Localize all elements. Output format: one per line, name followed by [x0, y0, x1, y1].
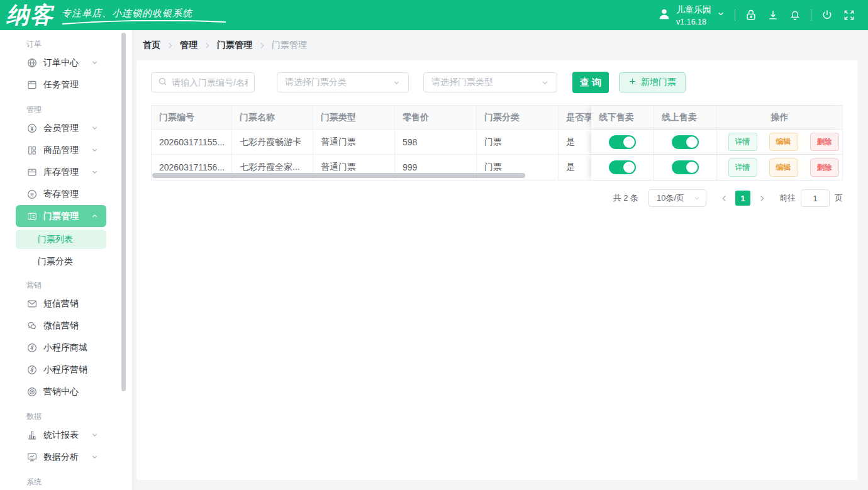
lock-icon[interactable]: [745, 9, 757, 21]
column-header: 零售价: [395, 106, 477, 129]
inventory-icon: [26, 167, 38, 178]
fullscreen-icon[interactable]: [843, 9, 855, 21]
type-select-placeholder: 请选择门票类型: [431, 77, 493, 88]
page-size-select[interactable]: 10条/页: [648, 189, 706, 207]
sidebar-item-数据分析[interactable]: 数据分析: [16, 446, 106, 468]
sidebar-item-商品管理[interactable]: 商品管理: [16, 139, 106, 161]
miniprogram-icon: [26, 364, 38, 376]
wechat-icon: [26, 320, 38, 331]
user-avatar-icon: [657, 7, 671, 23]
task-icon: [26, 79, 38, 91]
detail-button[interactable]: 详情: [728, 133, 757, 151]
chevron-down-icon: [91, 146, 99, 154]
page-number-1[interactable]: 1: [735, 191, 750, 206]
chevron-down-icon: [91, 124, 99, 132]
online-sale-toggle[interactable]: [672, 135, 699, 149]
user-menu[interactable]: 儿童乐园 v1.16.18: [657, 3, 725, 27]
logo-underline-swoosh: [62, 20, 226, 25]
table-cell: 门票: [477, 130, 559, 154]
product-icon: [26, 145, 38, 156]
add-ticket-button[interactable]: 新增门票: [619, 72, 686, 92]
sidebar-item-会员管理[interactable]: 会员管理: [16, 117, 106, 139]
sidebar-item-任务管理[interactable]: 任务管理: [16, 74, 106, 96]
chevron-right-icon: [258, 42, 266, 50]
ticket-category-select[interactable]: 请选择门票分类: [277, 72, 409, 92]
goto-page-label: 前往: [779, 192, 796, 204]
column-header: 线下售卖: [591, 106, 654, 129]
chevron-down-icon: [91, 453, 99, 461]
sidebar-item-label: 小程序营销: [43, 364, 87, 376]
sidebar-subitem-门票分类[interactable]: 门票分类: [16, 252, 106, 271]
toggle-knob: [686, 162, 698, 173]
goto-page-input[interactable]: [801, 189, 830, 207]
column-header: 操作: [717, 106, 842, 129]
query-button[interactable]: 查 询: [572, 72, 609, 93]
sidebar-item-订单中心[interactable]: 订单中心: [16, 52, 106, 74]
table-cell: [654, 155, 717, 180]
sidebar-item-label: 门票管理: [43, 211, 79, 222]
sidebar-item-label: 数据分析: [43, 452, 79, 463]
sidebar-item-label: 短信营销: [43, 298, 79, 309]
sidebar-item-小程序营销[interactable]: 小程序营销: [16, 359, 106, 381]
sidebar-section-label: 数据: [26, 411, 132, 422]
sidebar-subitem-门票列表[interactable]: 门票列表: [16, 230, 106, 249]
add-ticket-label: 新增门票: [641, 77, 676, 88]
chevron-down-icon: [91, 431, 99, 439]
table-cell: 是: [559, 130, 591, 154]
power-icon[interactable]: [821, 9, 833, 21]
edit-button[interactable]: 编辑: [769, 133, 798, 151]
sidebar-item-寄存管理[interactable]: 寄 寄存管理: [16, 183, 106, 205]
ticket-search-input[interactable]: [172, 77, 248, 87]
table-cell: 详情编辑删除: [717, 130, 842, 154]
monitor-icon: [26, 452, 38, 463]
page-size-value: 10条/页: [657, 192, 684, 204]
header-actions: 儿童乐园 v1.16.18: [657, 3, 868, 27]
header-divider: [811, 9, 811, 21]
ticket-search-box[interactable]: [151, 72, 255, 92]
pagination: 共 2 条 10条/页 1 前往 页: [151, 189, 843, 207]
horizontal-scrollbar[interactable]: [152, 173, 525, 178]
sidebar-item-小程序商城[interactable]: 小程序商城: [16, 337, 106, 359]
breadcrumb-item[interactable]: 首页: [143, 40, 160, 51]
ticket-type-select[interactable]: 请选择门票类型: [423, 72, 557, 92]
table-cell: [591, 155, 654, 180]
detail-button[interactable]: 详情: [728, 159, 757, 177]
sidebar-item-营销中心[interactable]: 营销中心: [16, 381, 106, 403]
sms-icon: [26, 298, 38, 309]
edit-button[interactable]: 编辑: [769, 159, 798, 177]
sidebar-section-label: 管理: [26, 104, 132, 115]
sidebar-item-门票管理[interactable]: 门票管理: [16, 205, 106, 227]
delete-button[interactable]: 删除: [810, 159, 839, 177]
sidebar-item-统计报表[interactable]: 统计报表: [16, 424, 106, 446]
offline-sale-toggle[interactable]: [609, 135, 636, 149]
prev-page-button[interactable]: [716, 191, 732, 206]
column-header: 门票编号: [152, 106, 232, 129]
chevron-down-icon: [693, 194, 701, 202]
sidebar-item-微信营销[interactable]: 微信营销: [16, 315, 106, 337]
online-sale-toggle[interactable]: [672, 160, 699, 174]
user-info: 儿童乐园 v1.16.18: [676, 3, 711, 27]
table-cell: 是: [559, 155, 591, 180]
page-unit-label: 页: [835, 192, 843, 204]
column-header: 门票类型: [313, 106, 395, 129]
delete-button[interactable]: 删除: [810, 133, 839, 151]
breadcrumb-item: 门票管理: [272, 40, 307, 51]
sidebar-item-库存管理[interactable]: 库存管理: [16, 161, 106, 183]
bell-icon[interactable]: [789, 9, 801, 21]
table-row: 202603171155...七彩丹霞畅游卡普通门票598门票 是 详情编辑删除: [152, 130, 842, 155]
breadcrumb-item[interactable]: 门票管理: [217, 40, 252, 51]
sidebar-item-label: 订单中心: [43, 57, 79, 69]
table-cell: 详情编辑删除: [717, 155, 842, 180]
toggle-knob: [686, 136, 698, 148]
sidebar-section-label: 系统: [26, 476, 132, 487]
vertical-scrollbar[interactable]: [121, 33, 126, 391]
sidebar-item-短信营销[interactable]: 短信营销: [16, 292, 106, 315]
download-icon[interactable]: [767, 9, 779, 21]
offline-sale-toggle[interactable]: [609, 160, 636, 174]
filter-row: 请选择门票分类 请选择门票类型 查 询 新增门票: [151, 72, 843, 93]
logo-tagline-wrap: 专注单店、小连锁的收银系统: [62, 8, 226, 28]
deposit-icon: 寄: [26, 189, 38, 200]
sidebar: 订单 订单中心 任务管理 管理 会员管理 商品管理 库存管理 寄 寄存管理: [0, 30, 132, 490]
breadcrumb-item[interactable]: 管理: [180, 40, 198, 51]
next-page-button[interactable]: [754, 191, 769, 206]
